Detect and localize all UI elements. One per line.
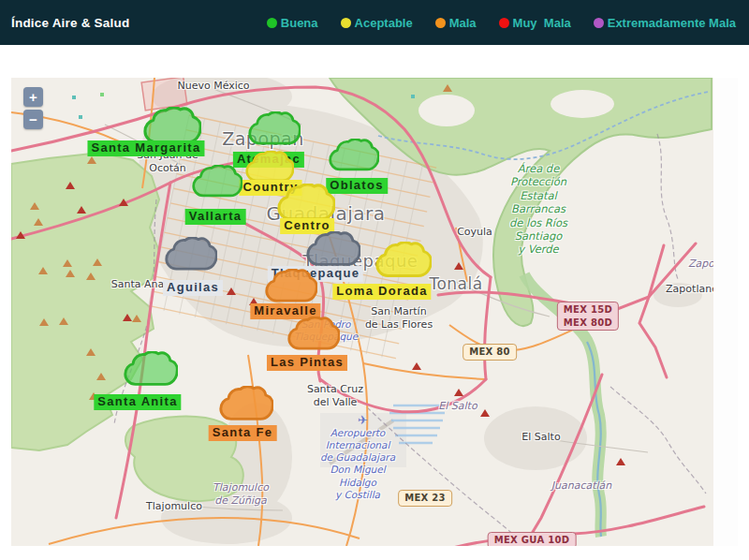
- aq-station-label-aguilas[interactable]: Aguilas: [163, 280, 223, 296]
- zoom-out-button[interactable]: −: [23, 110, 43, 129]
- aq-cloud-icon-santa-fe[interactable]: [219, 386, 273, 423]
- legend-dot-icon: [594, 18, 604, 28]
- map-container[interactable]: Nuevo MéxicoSan Juan de OcotánZapopanGua…: [11, 78, 738, 546]
- app-header: Índice Aire & Salud BuenaAceptableMalaMu…: [0, 0, 749, 45]
- legend-item-mala: Mala: [435, 16, 477, 30]
- legend-item-muy-mala: Muy Mala: [499, 16, 571, 30]
- aq-cloud-icon-aguilas[interactable]: [165, 237, 217, 273]
- aq-station-label-las-pintas[interactable]: Las Pintas: [267, 355, 347, 371]
- aq-station-label-santa-margarita[interactable]: Santa Margarita: [87, 140, 204, 156]
- aqi-legend: BuenaAceptableMalaMuy MalaExtremadamente…: [267, 16, 736, 30]
- legend-label: Buena: [281, 16, 318, 30]
- legend-label: Mala: [449, 16, 477, 30]
- legend-dot-icon: [267, 18, 277, 28]
- zoom-in-button[interactable]: +: [23, 87, 43, 107]
- legend-dot-icon: [499, 18, 509, 28]
- app-title: Índice Aire & Salud: [11, 16, 129, 30]
- aq-cloud-icon-vallarta[interactable]: [192, 165, 242, 199]
- aq-station-label-loma-dorada[interactable]: Loma Dorada: [332, 284, 431, 300]
- aq-cloud-icon-oblatos[interactable]: [329, 139, 379, 173]
- aq-cloud-icon-loma-dorada[interactable]: [375, 242, 432, 280]
- map-edge-blank: [713, 78, 738, 546]
- legend-dot-icon: [341, 18, 351, 28]
- legend-dot-icon: [435, 18, 446, 28]
- legend-label: Extremadamente Mala: [608, 16, 736, 30]
- aq-station-label-santa-fe[interactable]: Santa Fe: [209, 425, 277, 441]
- legend-item-buena: Buena: [267, 16, 318, 30]
- aq-cloud-icon-centro[interactable]: [277, 184, 335, 224]
- aq-cloud-icon-atemajac[interactable]: [248, 111, 301, 148]
- legend-item-extremadamente-mala: Extremadamente Mala: [594, 16, 736, 30]
- zoom-controls: + −: [23, 87, 43, 129]
- legend-label: Muy Mala: [513, 16, 571, 30]
- legend-label: Aceptable: [355, 16, 413, 30]
- aq-station-label-vallarta[interactable]: Vallarta: [185, 209, 246, 225]
- aq-cloud-icon-las-pintas[interactable]: [287, 317, 340, 353]
- aq-station-label-oblatos[interactable]: Oblatos: [326, 178, 388, 194]
- aq-cloud-icon-miravalle[interactable]: [265, 269, 317, 305]
- aq-cloud-icon-tlaquepaque[interactable]: [306, 231, 360, 269]
- aq-station-label-santa-anita[interactable]: Santa Anita: [94, 394, 181, 410]
- aq-cloud-icon-santa-anita[interactable]: [124, 351, 178, 389]
- legend-item-aceptable: Aceptable: [341, 16, 413, 30]
